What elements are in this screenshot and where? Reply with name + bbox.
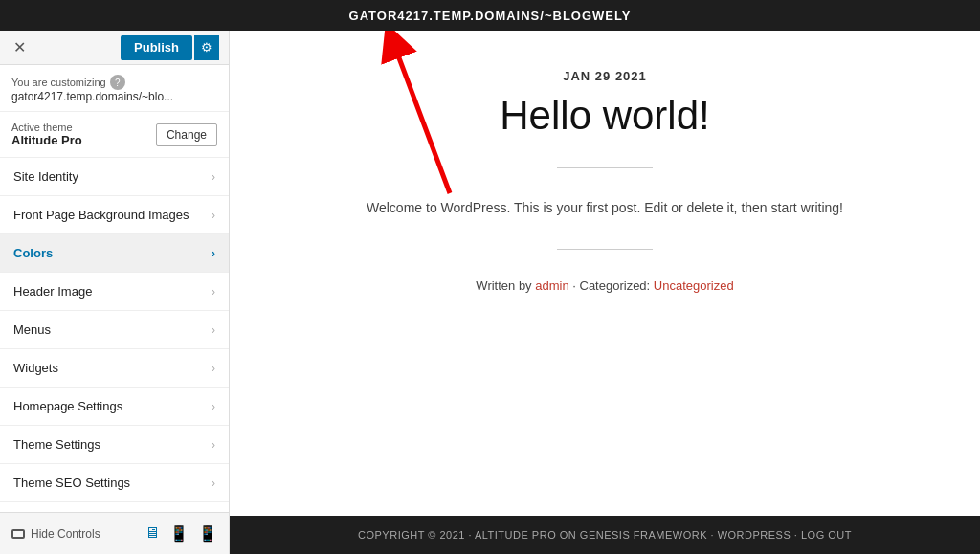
hide-controls-icon [11,529,25,539]
preview-content: JAN 29 2021 Hello world! Welcome to Word… [230,31,980,516]
nav-item-widgets[interactable]: Widgets › [0,349,229,388]
post-meta-middle: · Categorized: [569,278,654,293]
chevron-icon: › [212,323,215,337]
nav-item-menus[interactable]: Menus › [0,311,229,349]
sidebar-header-left: ✕ [10,36,30,58]
chevron-icon: › [212,362,215,375]
close-button[interactable]: ✕ [10,36,30,58]
post-title: Hello world! [500,93,709,139]
post-meta: Written by admin · Categorized: Uncatego… [476,278,733,293]
post-category-link[interactable]: Uncategorized [654,278,734,293]
hide-controls-label: Hide Controls [31,527,100,541]
post-meta-before: Written by [476,278,535,293]
nav-item-front-page[interactable]: Front Page Background Images › [0,196,229,234]
nav-label-colors: Colors [13,246,53,260]
divider-1 [557,167,653,168]
nav-label-homepage: Homepage Settings [13,399,122,413]
post-date: JAN 29 2021 [563,69,647,83]
footer-text: COPYRIGHT © 2021 · ALTITUDE PRO ON GENES… [358,529,852,541]
sidebar-header: ✕ Publish ⚙ [0,31,229,65]
nav-item-homepage[interactable]: Homepage Settings › [0,388,229,426]
top-bar-title: GATOR4217.TEMP.DOMAINS/~BLOGWELY [349,9,632,23]
post-excerpt: Welcome to WordPress. This is your first… [367,197,843,220]
post-author-link[interactable]: admin [535,278,568,293]
theme-section: Active theme Altitude Pro Change [0,112,229,158]
chevron-icon: › [212,438,215,452]
preview-wrapper: JAN 29 2021 Hello world! Welcome to Word… [230,31,980,554]
divider-2 [557,249,653,250]
nav-item-theme-seo[interactable]: Theme SEO Settings › [0,464,229,502]
nav-item-site-identity[interactable]: Site Identity › [0,158,229,196]
theme-label: Active theme [11,122,82,133]
nav-label-site-identity: Site Identity [13,169,78,184]
nav-item-theme-settings[interactable]: Theme Settings › [0,426,229,464]
change-theme-button[interactable]: Change [156,123,217,146]
customizing-label: You are customizing ? [11,75,217,90]
close-icon: ✕ [13,39,26,55]
sidebar: ✕ Publish ⚙ You are customizing ? gator4… [0,31,230,554]
theme-name: Altitude Pro [11,133,82,147]
top-bar: GATOR4217.TEMP.DOMAINS/~BLOGWELY [0,0,980,31]
publish-button[interactable]: Publish [121,35,192,60]
customizing-url: gator4217.temp.domains/~blo... [11,90,217,103]
nav-label-menus: Menus [13,322,51,337]
nav-item-colors[interactable]: Colors › [0,234,229,273]
nav-label-theme-settings: Theme Settings [13,437,100,452]
tablet-icon[interactable]: 📱 [169,524,189,543]
chevron-icon: › [212,400,215,413]
settings-button[interactable]: ⚙ [194,35,219,60]
sidebar-nav: Site Identity › Front Page Background Im… [0,158,229,512]
chevron-icon: › [212,170,215,184]
nav-item-additional-css[interactable]: Additional CSS › [0,502,229,512]
nav-label-theme-seo: Theme SEO Settings [13,476,130,490]
nav-label-header-image: Header Image [13,284,92,299]
chevron-icon: › [212,476,215,490]
device-icons: 🖥 📱 📱 [145,524,217,543]
header-actions: Publish ⚙ [121,35,219,60]
theme-info: Active theme Altitude Pro [11,122,82,147]
sidebar-footer: Hide Controls 🖥 📱 📱 [0,512,229,554]
main-layout: ✕ Publish ⚙ You are customizing ? gator4… [0,31,980,554]
hide-controls-button[interactable]: Hide Controls [11,527,100,541]
chevron-icon: › [212,285,215,299]
desktop-icon[interactable]: 🖥 [145,524,160,543]
chevron-icon: › [212,209,215,222]
nav-label-front-page: Front Page Background Images [13,208,189,222]
help-icon[interactable]: ? [110,75,125,90]
chevron-icon: › [212,247,215,260]
nav-item-header-image[interactable]: Header Image › [0,273,229,311]
nav-label-widgets: Widgets [13,361,58,375]
mobile-icon[interactable]: 📱 [198,524,217,543]
preview-area: JAN 29 2021 Hello world! Welcome to Word… [230,31,980,554]
preview-footer: COPYRIGHT © 2021 · ALTITUDE PRO ON GENES… [230,516,980,554]
settings-icon: ⚙ [201,40,212,55]
customizing-info: You are customizing ? gator4217.temp.dom… [0,65,229,112]
